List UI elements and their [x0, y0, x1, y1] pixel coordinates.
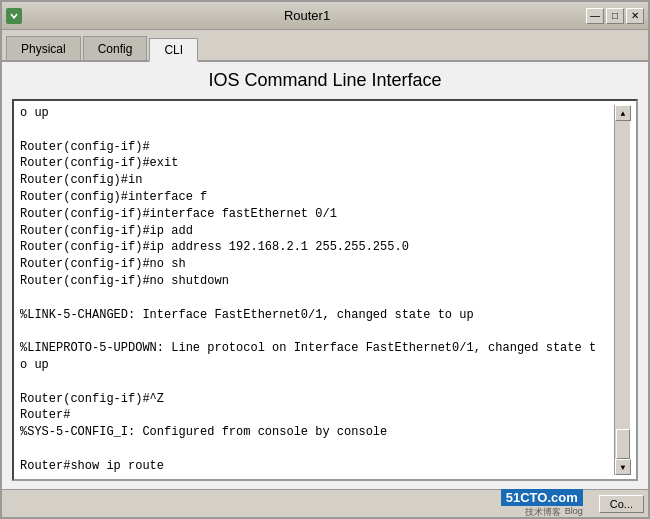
window-title: Router1: [28, 8, 586, 23]
window-controls: — □ ✕: [586, 8, 644, 24]
copy-button[interactable]: Co...: [599, 495, 644, 513]
scrollbar-thumb[interactable]: [616, 429, 630, 459]
tab-bar: Physical Config CLI: [2, 30, 648, 62]
section-title: IOS Command Line Interface: [12, 70, 638, 91]
scrollbar[interactable]: ▲ ▼: [614, 105, 630, 475]
watermark-logo: 51CTO.com: [501, 489, 583, 506]
tab-config[interactable]: Config: [83, 36, 148, 60]
bottom-bar: 51CTO.com 技术博客 Blog Co...: [2, 489, 648, 517]
scroll-up-button[interactable]: ▲: [615, 105, 631, 121]
watermark-sub2: Blog: [565, 506, 583, 519]
main-content: IOS Command Line Interface o up Router(c…: [2, 62, 648, 489]
scroll-down-button[interactable]: ▼: [615, 459, 631, 475]
maximize-button[interactable]: □: [606, 8, 624, 24]
title-bar: Router1 — □ ✕: [2, 2, 648, 30]
minimize-button[interactable]: —: [586, 8, 604, 24]
terminal-area[interactable]: o up Router(config-if)# Router(config-if…: [12, 99, 638, 481]
watermark-sub1: 技术博客: [525, 506, 561, 519]
close-button[interactable]: ✕: [626, 8, 644, 24]
tab-cli[interactable]: CLI: [149, 38, 198, 62]
scrollbar-track[interactable]: [615, 121, 630, 459]
svg-rect-0: [9, 11, 19, 21]
tab-physical[interactable]: Physical: [6, 36, 81, 60]
app-icon: [6, 8, 22, 24]
main-window: Router1 — □ ✕ Physical Config CLI IOS Co…: [0, 0, 650, 519]
terminal-output: o up Router(config-if)# Router(config-if…: [20, 105, 614, 475]
